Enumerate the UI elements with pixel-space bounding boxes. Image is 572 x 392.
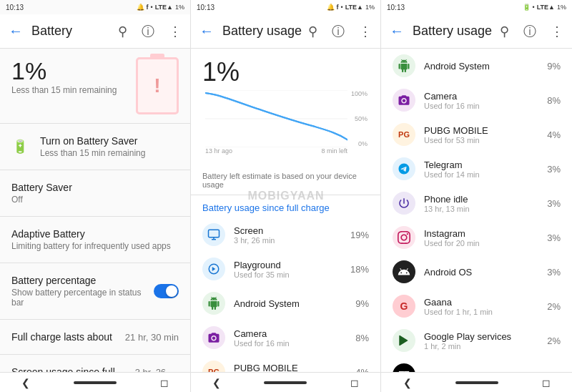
screen-usage-label: Screen usage since full charge — [11, 366, 135, 372]
nav-home-2[interactable] — [264, 381, 307, 384]
screen-usage-title: Screen usage since full charge — [11, 366, 135, 372]
camera-name: Camera — [234, 328, 347, 339]
screen-usage-row: Screen usage since full charge 3 hr, 26 … — [0, 358, 190, 372]
help-icon-1[interactable]: ⓘ — [139, 20, 157, 43]
svg-rect-3 — [209, 230, 220, 237]
nav-recents-2[interactable]: ◻ — [350, 377, 359, 388]
pubg-sub-3: Used for 53 min — [424, 136, 538, 144]
app-item-android-sys-3[interactable]: Android System 9% — [381, 49, 572, 83]
toolbar-1: ← Battery ⚲ ⓘ ⋮ — [0, 14, 190, 49]
search-icon-1[interactable]: ⚲ — [115, 21, 130, 42]
gaana-icon: G — [393, 295, 415, 318]
playground-percent: 18% — [350, 264, 369, 275]
page-title-1: Battery — [31, 24, 115, 39]
app-item-android-os[interactable]: Android OS 3% — [381, 255, 572, 289]
android-sys-name: Android System — [234, 298, 347, 309]
chart-description: Battery left estimate is based on your d… — [191, 169, 380, 195]
android-os-icon — [393, 260, 415, 283]
nav-home-3[interactable] — [455, 381, 498, 384]
battery-status-2: 1% — [365, 4, 375, 11]
phone-idle-name: Phone idle — [424, 194, 538, 205]
lte-signal-2: LTE▲ — [345, 4, 363, 11]
app-item-instagram[interactable]: Instagram Used for 20 min 3% — [381, 220, 572, 255]
app-item-android-sys[interactable]: Android System 9% — [191, 286, 380, 320]
pubg-percent: 4% — [355, 367, 369, 373]
battery-saver-setting[interactable]: Battery Saver Off — [0, 173, 190, 213]
time-3: 10:13 — [387, 4, 405, 11]
camera-percent-3: 8% — [547, 95, 561, 106]
status-bar-2: 10:13 🔔 f • LTE▲ 1% — [191, 0, 380, 14]
battery-saver-button[interactable]: 🔋 Turn on Battery Saver Less than 15 min… — [0, 127, 190, 167]
camera-info-3: Camera Used for 16 min — [424, 91, 538, 110]
status-icons-2: 🔔 f • LTE▲ 1% — [327, 4, 375, 11]
pubg-percent-3: 4% — [547, 129, 561, 140]
facebook-icon-2: f — [337, 4, 339, 11]
playground-name: Playground — [234, 260, 342, 270]
back-button-2[interactable]: ← — [197, 20, 217, 42]
app-item-camera-3[interactable]: Camera Used for 16 min 8% — [381, 83, 572, 117]
battery-usage-graph — [205, 90, 347, 147]
app-item-gaana[interactable]: G Gaana Used for 1 hr, 1 min 2% — [381, 289, 572, 323]
more-icon-1[interactable]: ⋮ — [166, 21, 184, 42]
gaana-sub: Used for 1 hr, 1 min — [424, 308, 538, 316]
battery-header: 1% Less than 15 min remaining ! — [0, 49, 190, 120]
app-item-pubg-3[interactable]: PG PUBG MOBILE Used for 53 min 4% — [381, 117, 572, 152]
android-os-percent: 3% — [547, 267, 561, 278]
nav-recents-3[interactable]: ◻ — [542, 377, 551, 388]
app-item-tiktok[interactable]: TT TikTok 2% — [381, 358, 572, 372]
battery-saver-title: Turn on Battery Saver — [40, 135, 145, 147]
section-header-2: Battery usage since full charge — [191, 195, 380, 217]
search-icon-3[interactable]: ⚲ — [497, 21, 512, 42]
usage-percent: 1% — [191, 49, 380, 90]
nav-recents-1[interactable]: ◻ — [160, 377, 169, 388]
telegram-percent-3: 3% — [547, 164, 561, 175]
back-button-3[interactable]: ← — [387, 20, 407, 42]
more-icon-3[interactable]: ⋮ — [548, 21, 566, 42]
battery-status-3: 1% — [557, 4, 566, 11]
help-icon-2[interactable]: ⓘ — [329, 20, 347, 43]
gplay-sub: 1 hr, 2 min — [424, 342, 538, 351]
android-sys-info-3: Android System — [424, 61, 538, 72]
notification-icon: 🔔 — [137, 4, 144, 11]
help-icon-3[interactable]: ⓘ — [521, 20, 539, 43]
screen-sub: 3 hr, 26 min — [234, 236, 342, 245]
pubg-name: PUBG MOBILE — [234, 363, 347, 373]
phone-idle-percent: 3% — [547, 198, 561, 209]
gplay-percent: 2% — [547, 335, 561, 346]
battery-saver-setting-sub: Off — [11, 195, 179, 205]
nav-home-1[interactable] — [74, 381, 117, 384]
app-item-camera[interactable]: Camera Used for 16 min 8% — [191, 320, 380, 355]
instagram-name: Instagram — [424, 228, 538, 239]
app-item-telegram-3[interactable]: Telegram Used for 14 min 3% — [381, 152, 572, 186]
battery-status-1: 1% — [175, 4, 184, 11]
facebook-icon: f — [147, 4, 149, 11]
camera-icon-3 — [393, 89, 415, 112]
more-icon-2[interactable]: ⋮ — [356, 21, 375, 42]
back-button-1[interactable]: ← — [6, 20, 26, 42]
time-1: 10:13 — [6, 4, 24, 11]
battery-percentage-setting[interactable]: Battery percentage Show battery percenta… — [0, 266, 190, 316]
telegram-name-3: Telegram — [424, 160, 538, 170]
adaptive-battery-setting[interactable]: Adaptive Battery Limiting battery for in… — [0, 220, 190, 260]
camera-info: Camera Used for 16 min — [234, 328, 347, 348]
battery-pct-title: Battery percentage — [11, 275, 154, 286]
dot-icon: • — [151, 4, 153, 11]
battery-percentage: 1% — [11, 57, 117, 85]
full-charge-row: Full charge lasts about 21 hr, 30 min — [0, 323, 190, 351]
nav-back-1[interactable]: ❮ — [21, 377, 30, 388]
nav-bar-1: ❮ ◻ — [0, 372, 190, 392]
nav-back-2[interactable]: ❮ — [212, 377, 221, 388]
app-item-phone-idle[interactable]: Phone idle 13 hr, 13 min 3% — [381, 186, 572, 220]
battery-percentage-toggle[interactable] — [154, 284, 179, 298]
panel2-content: 1% 100% 50% 0% — [191, 49, 380, 372]
app-item-playground[interactable]: Playground Used for 35 min 18% — [191, 252, 380, 286]
app-item-screen[interactable]: Screen 3 hr, 26 min 19% — [191, 217, 380, 252]
screen-percent: 19% — [350, 230, 369, 240]
nav-back-3[interactable]: ❮ — [403, 377, 412, 388]
battery-pct-label-group: Battery percentage Show battery percenta… — [11, 275, 154, 308]
search-icon-2[interactable]: ⚲ — [305, 21, 320, 42]
full-charge-title: Full charge lasts about — [11, 331, 112, 343]
app-item-pubg[interactable]: PG PUBG MOBILE Used for 53 min 4% — [191, 355, 380, 372]
battery-saver-setting-title: Battery Saver — [11, 182, 179, 193]
app-item-gplay[interactable]: Google Play services 1 hr, 2 min 2% — [381, 323, 572, 358]
